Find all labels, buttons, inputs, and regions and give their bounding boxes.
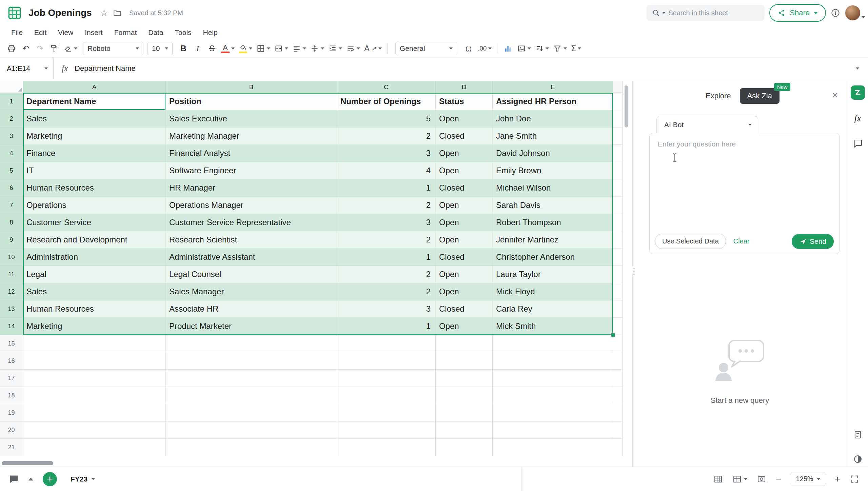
zia-icon[interactable] (847, 85, 868, 100)
row-header-11[interactable]: 11 (0, 266, 23, 283)
menu-data[interactable]: Data (142, 26, 169, 39)
cell-E14[interactable]: Mick Smith (493, 318, 613, 335)
column-header-c[interactable]: C (337, 81, 436, 93)
horizontal-scrollbar[interactable] (2, 461, 53, 465)
functions-panel-icon[interactable]: fx (847, 113, 868, 123)
cell-D21[interactable] (436, 439, 493, 456)
cell-C5[interactable]: 4 (337, 162, 436, 179)
cell-D6[interactable]: Closed (436, 179, 493, 197)
strikethrough-button[interactable]: S (205, 41, 219, 56)
tab-explore[interactable]: Explore (700, 88, 736, 104)
cell-F3[interactable] (613, 127, 623, 145)
cell-C12[interactable]: 2 (337, 283, 436, 300)
sheet-search-box[interactable] (647, 5, 765, 21)
row-header-20[interactable]: 20 (0, 421, 23, 439)
cell-A7[interactable]: Operations (23, 197, 166, 214)
info-icon[interactable] (831, 8, 840, 18)
ai-bot-selector[interactable]: AI Bot (656, 116, 758, 133)
select-all-corner[interactable] (0, 81, 23, 93)
vertical-align-button[interactable] (309, 41, 326, 56)
cell-A5[interactable]: IT (23, 162, 166, 179)
cell-B20[interactable] (166, 421, 337, 439)
cell-E12[interactable]: Mick Floyd (493, 283, 613, 300)
cell-C16[interactable] (337, 352, 436, 370)
cell-E4[interactable]: David Johnson (493, 145, 613, 162)
cell-F10[interactable] (613, 249, 623, 266)
menu-view[interactable]: View (52, 26, 79, 39)
search-options-chevron-icon[interactable] (662, 12, 666, 14)
cell-A10[interactable]: Administration (23, 249, 166, 266)
cell-E5[interactable]: Emily Brown (493, 162, 613, 179)
panel-resize-handle[interactable]: ⋮ (630, 267, 638, 275)
row-header-19[interactable]: 19 (0, 404, 23, 421)
menu-help[interactable]: Help (197, 26, 223, 39)
cell-C2[interactable]: 5 (337, 110, 436, 127)
row-header-4[interactable]: 4 (0, 145, 23, 162)
row-header-3[interactable]: 3 (0, 127, 23, 145)
font-size-select[interactable]: 10 (147, 42, 173, 55)
row-header-6[interactable]: 6 (0, 179, 23, 197)
cell-E21[interactable] (493, 439, 613, 456)
cell-D3[interactable]: Closed (436, 127, 493, 145)
cell-B15[interactable] (166, 335, 337, 352)
cell-C6[interactable]: 1 (337, 179, 436, 197)
freeze-panes-icon[interactable] (732, 474, 747, 484)
cell-E17[interactable] (493, 370, 613, 387)
discuss-icon[interactable] (9, 474, 19, 484)
cell-C3[interactable]: 2 (337, 127, 436, 145)
cell-D9[interactable]: Open (436, 231, 493, 249)
cell-C8[interactable]: 3 (337, 214, 436, 231)
cell-B11[interactable]: Legal Counsel (166, 266, 337, 283)
row-header-7[interactable]: 7 (0, 197, 23, 214)
cell-E10[interactable]: Christopher Anderson (493, 249, 613, 266)
paint-format-button[interactable] (47, 41, 61, 56)
cell-A12[interactable]: Sales (23, 283, 166, 300)
text-color-button[interactable]: A (219, 41, 236, 56)
row-header-14[interactable]: 14 (0, 318, 23, 335)
indent-button[interactable] (327, 41, 344, 56)
menu-insert[interactable]: Insert (79, 26, 108, 39)
cell-C9[interactable]: 2 (337, 231, 436, 249)
cell-B10[interactable]: Administrative Assistant (166, 249, 337, 266)
cell-B9[interactable]: Research Scientist (166, 231, 337, 249)
folder-icon[interactable] (113, 8, 122, 17)
cell-E18[interactable] (493, 387, 613, 404)
row-header-5[interactable]: 5 (0, 162, 23, 179)
fill-color-button[interactable] (237, 41, 254, 56)
cell-A1[interactable]: Department Name (23, 93, 166, 110)
document-title[interactable]: Job Openings (28, 7, 92, 18)
row-header-12[interactable]: 12 (0, 283, 23, 300)
grid-view-icon[interactable] (713, 474, 723, 484)
cell-D16[interactable] (436, 352, 493, 370)
cell-F6[interactable] (613, 179, 623, 197)
cell-A13[interactable]: Human Resources (23, 300, 166, 318)
zoom-out-button[interactable]: − (776, 474, 781, 484)
cell-C7[interactable]: 2 (337, 197, 436, 214)
clear-format-button[interactable] (62, 41, 79, 56)
column-header-d[interactable]: D (436, 81, 493, 93)
row-header-18[interactable]: 18 (0, 387, 23, 404)
horizontal-align-button[interactable] (291, 41, 308, 56)
theme-contrast-icon[interactable] (847, 454, 868, 464)
zoom-level-select[interactable]: 125% (791, 472, 825, 486)
cell-A8[interactable]: Customer Service (23, 214, 166, 231)
row-header-17[interactable]: 17 (0, 370, 23, 387)
cell-C20[interactable] (337, 421, 436, 439)
tab-ask-zia[interactable]: Ask Zia New (740, 88, 780, 104)
cell-B1[interactable]: Position (166, 93, 337, 110)
sheet-list-chevron-icon[interactable] (28, 478, 33, 480)
row-header-21[interactable]: 21 (0, 439, 23, 456)
cell-E3[interactable]: Jane Smith (493, 127, 613, 145)
cell-C14[interactable]: 1 (337, 318, 436, 335)
number-format-select[interactable]: General (395, 42, 457, 55)
borders-button[interactable] (255, 41, 272, 56)
cell-B13[interactable]: Associate HR (166, 300, 337, 318)
cell-B16[interactable] (166, 352, 337, 370)
search-input[interactable] (668, 9, 752, 17)
decimal-places-button[interactable]: .00 (476, 41, 493, 56)
row-header-15[interactable]: 15 (0, 335, 23, 352)
cell-C15[interactable] (337, 335, 436, 352)
cell-D15[interactable] (436, 335, 493, 352)
functions-button[interactable]: Σ (569, 41, 583, 56)
menu-file[interactable]: File (5, 26, 28, 39)
